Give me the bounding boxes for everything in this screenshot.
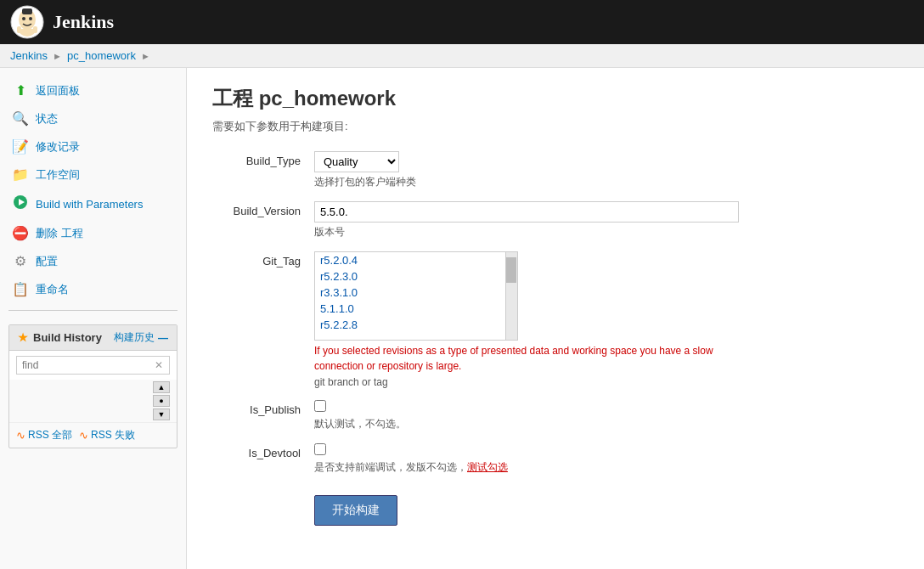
is-devtool-control: 是否支持前端调试，发版不勾选，测试勾选	[314, 443, 899, 475]
rss-fail-icon: ∿	[79, 429, 88, 442]
breadcrumb-jenkins[interactable]: Jenkins	[10, 49, 48, 62]
build-type-label: Build_Type	[212, 151, 314, 167]
git-tag-hint: git branch or tag	[314, 376, 899, 388]
search-input[interactable]	[16, 356, 170, 375]
scroll-middle-button[interactable]: ●	[153, 395, 170, 407]
svg-rect-6	[33, 26, 37, 33]
svg-point-2	[22, 17, 25, 20]
header-title: Jenkins	[53, 11, 114, 33]
scroll-up-button[interactable]: ▲	[153, 381, 170, 393]
build-version-control: 版本号	[314, 201, 899, 239]
rss-fail-label: RSS 失败	[91, 428, 135, 442]
form-row-submit: 开始构建	[212, 487, 899, 526]
back-icon: ⬆	[12, 82, 29, 99]
sidebar-label-back: 返回面板	[36, 83, 80, 99]
rss-fail-link[interactable]: ∿ RSS 失败	[79, 428, 135, 442]
build-type-select[interactable]: Quality Release Debug	[314, 151, 399, 172]
rss-all-label: RSS 全部	[28, 428, 72, 442]
build-type-control: Quality Release Debug 选择打包的客户端种类	[314, 151, 899, 189]
delete-icon: ⛔	[12, 225, 29, 241]
logo-area: Jenkins	[10, 5, 114, 39]
is-devtool-hint1: 是否支持前端调试，发版不勾选，	[314, 461, 467, 473]
breadcrumb-project[interactable]: pc_homework	[67, 49, 136, 62]
main-content: 工程 pc_homework 需要如下参数用于构建项目: Build_Type …	[187, 68, 924, 569]
listbox-scrollbar[interactable]	[505, 252, 517, 340]
sidebar-item-back[interactable]: ⬆ 返回面板	[0, 76, 186, 104]
form-row-git-tag: Git_Tag r5.2.0.4 r5.2.3.0 r3.3.1.0 5.1.1…	[212, 251, 899, 388]
listbox-content: r5.2.0.4 r5.2.3.0 r3.3.1.0 5.1.1.0 r5.2.…	[315, 252, 505, 340]
rss-links: ∿ RSS 全部 ∿ RSS 失败	[9, 422, 177, 448]
configure-icon: ⚙	[12, 253, 29, 269]
build-type-hint: 选择打包的客户端种类	[314, 175, 899, 189]
build-history-link-icon: —	[158, 332, 168, 344]
listbox-thumb	[506, 257, 516, 283]
svg-rect-5	[17, 26, 21, 33]
svg-rect-4	[22, 8, 32, 14]
sidebar-label-build: Build with Parameters	[36, 198, 143, 211]
sidebar-item-status[interactable]: 🔍 状态	[0, 104, 186, 132]
git-tag-label: Git_Tag	[212, 251, 314, 268]
form-row-is-devtool: Is_Devtool 是否支持前端调试，发版不勾选，测试勾选	[212, 443, 899, 475]
build-history-header: ★ Build History 构建历史 —	[9, 325, 177, 351]
build-history-link[interactable]: 构建历史 —	[114, 330, 168, 345]
build-history-title: ★ Build History	[18, 331, 102, 344]
search-clear-button[interactable]: ✕	[155, 359, 163, 371]
listbox-item-3[interactable]: 5.1.1.0	[315, 301, 505, 317]
sidebar-item-rename[interactable]: 📋 重命名	[0, 275, 186, 303]
build-version-label: Build_Version	[212, 201, 314, 217]
rename-icon: 📋	[12, 281, 29, 297]
listbox-item-2[interactable]: r3.3.1.0	[315, 284, 505, 301]
git-tag-control: r5.2.0.4 r5.2.3.0 r3.3.1.0 5.1.1.0 r5.2.…	[314, 251, 899, 388]
submit-label-spacer	[212, 487, 314, 490]
submit-control: 开始构建	[314, 487, 899, 526]
page-subtitle: 需要如下参数用于构建项目:	[212, 119, 899, 134]
build-history-gear-icon: ★	[18, 331, 28, 344]
rss-all-link[interactable]: ∿ RSS 全部	[16, 428, 72, 442]
is-devtool-hint: 是否支持前端调试，发版不勾选，测试勾选	[314, 460, 899, 475]
is-devtool-hint2: 测试勾选	[467, 461, 508, 473]
sidebar-item-build[interactable]: Build with Parameters	[0, 189, 186, 219]
jenkins-logo-icon	[10, 5, 44, 39]
sidebar-divider	[8, 310, 177, 311]
build-icon	[12, 194, 29, 213]
is-publish-hint: 默认测试，不勾选。	[314, 417, 899, 431]
sidebar-label-changes: 修改记录	[36, 139, 80, 155]
form-row-build-version: Build_Version 版本号	[212, 201, 899, 239]
is-publish-label: Is_Publish	[212, 400, 314, 416]
scroll-down-button[interactable]: ▼	[153, 408, 170, 420]
breadcrumb: Jenkins ► pc_homework ►	[0, 44, 924, 68]
sidebar-item-delete[interactable]: ⛔ 删除 工程	[0, 219, 186, 247]
git-tag-listbox[interactable]: r5.2.0.4 r5.2.3.0 r3.3.1.0 5.1.1.0 r5.2.…	[314, 251, 518, 341]
sidebar-label-configure: 配置	[36, 254, 58, 269]
page-title: 工程 pc_homework	[212, 85, 899, 112]
build-history-label: Build History	[33, 331, 102, 344]
workspace-icon: 📁	[12, 166, 29, 183]
listbox-item-4[interactable]: r5.2.2.8	[315, 317, 505, 333]
breadcrumb-sep-1: ►	[53, 51, 62, 61]
listbox-item-1[interactable]: r5.2.3.0	[315, 268, 505, 284]
sidebar-label-rename: 重命名	[36, 282, 69, 297]
search-area: ✕	[9, 351, 177, 380]
sidebar-label-delete: 删除 工程	[36, 226, 83, 241]
header: Jenkins	[0, 0, 924, 44]
sidebar-label-status: 状态	[36, 111, 58, 127]
build-version-input[interactable]	[314, 201, 739, 223]
form-row-build-type: Build_Type Quality Release Debug 选择打包的客户…	[212, 151, 899, 189]
is-publish-checkbox[interactable]	[314, 400, 326, 412]
build-history-section: ★ Build History 构建历史 — ✕ ▲ ● ▼	[8, 324, 177, 448]
is-devtool-label: Is_Devtool	[212, 443, 314, 459]
main-layout: ⬆ 返回面板 🔍 状态 📝 修改记录 📁 工作空间 Build with Par…	[0, 68, 924, 569]
is-publish-control: 默认测试，不勾选。	[314, 400, 899, 431]
breadcrumb-sep-2: ►	[141, 51, 150, 61]
is-devtool-hint2-link[interactable]: 测试勾选	[467, 461, 508, 473]
build-history-link-label: 构建历史	[114, 330, 155, 345]
sidebar-item-workspace[interactable]: 📁 工作空间	[0, 161, 186, 189]
sidebar-item-changes[interactable]: 📝 修改记录	[0, 132, 186, 161]
git-tag-warning: If you selected revisions as a type of p…	[314, 343, 756, 374]
sidebar-item-configure[interactable]: ⚙ 配置	[0, 247, 186, 275]
is-devtool-checkbox[interactable]	[314, 443, 326, 455]
sidebar: ⬆ 返回面板 🔍 状态 📝 修改记录 📁 工作空间 Build with Par…	[0, 68, 187, 569]
changes-icon: 📝	[12, 138, 29, 155]
listbox-item-0[interactable]: r5.2.0.4	[315, 252, 505, 268]
submit-button[interactable]: 开始构建	[314, 495, 397, 526]
